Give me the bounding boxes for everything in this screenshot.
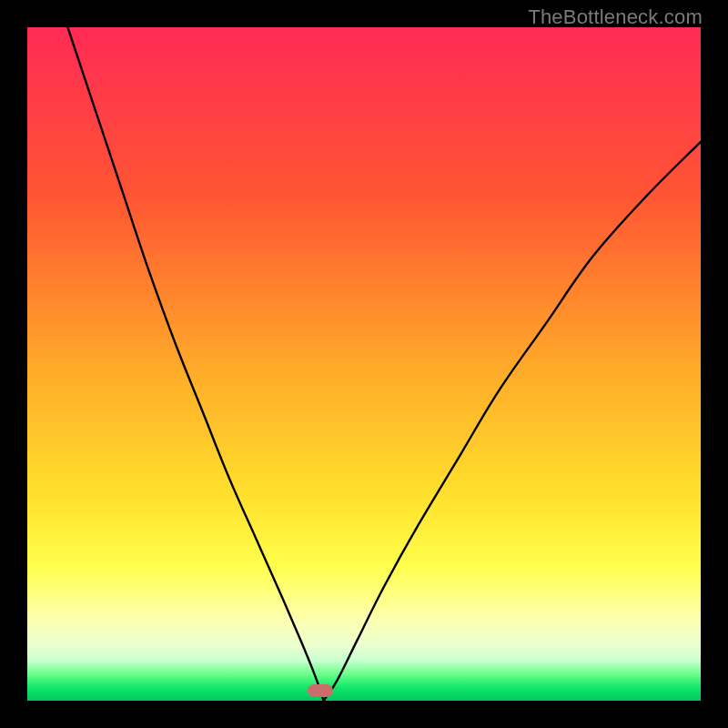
curve-right-branch [324,142,701,701]
curve-left-branch [67,27,323,701]
minimum-marker [308,684,333,697]
watermark-text: TheBottleneck.com [528,5,703,29]
plot-area [27,27,701,701]
bottleneck-curve [27,27,701,701]
chart-frame: TheBottleneck.com [0,0,728,728]
